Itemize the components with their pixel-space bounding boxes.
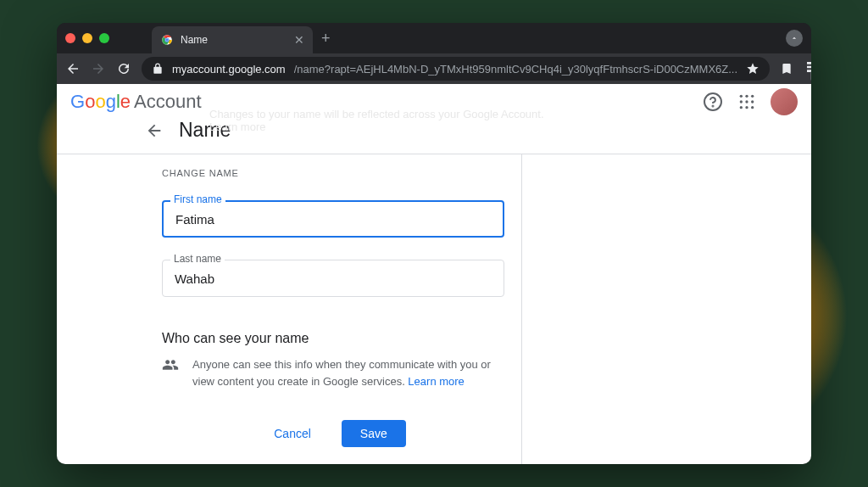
- url-domain: myaccount.google.com: [172, 63, 286, 76]
- tab-overview-button[interactable]: [786, 30, 803, 47]
- svg-point-3: [165, 38, 169, 42]
- account-label: Account: [134, 91, 202, 113]
- learn-more-link[interactable]: Learn more: [408, 375, 464, 388]
- last-name-field: Last name: [162, 260, 504, 297]
- svg-point-8: [713, 105, 714, 106]
- address-bar: myaccount.google.com/name?rapt=AEjHL4MbN…: [57, 53, 811, 84]
- first-name-field: First name: [162, 200, 504, 238]
- last-name-input[interactable]: [162, 260, 504, 297]
- svg-point-17: [751, 106, 754, 109]
- tab-favicon: [160, 33, 174, 47]
- bookmark-star-icon[interactable]: [746, 62, 760, 76]
- back-arrow-icon[interactable]: [145, 121, 164, 140]
- google-logo[interactable]: Google Account: [70, 91, 202, 113]
- reader-icon[interactable]: [780, 62, 793, 76]
- back-button[interactable]: [65, 61, 81, 76]
- svg-point-15: [740, 106, 743, 109]
- name-form-card: CHANGE NAME First name Last name Who can…: [145, 154, 522, 464]
- privacy-title: Who can see your name: [162, 331, 504, 346]
- url-field[interactable]: myaccount.google.com/name?rapt=AEjHL4MbN…: [142, 57, 770, 81]
- people-icon: [162, 356, 179, 389]
- help-icon[interactable]: [703, 92, 723, 112]
- reload-button[interactable]: [116, 61, 131, 76]
- forward-button[interactable]: [91, 61, 106, 76]
- ghost-description: Changes to your name will be reflected a…: [209, 108, 565, 133]
- last-name-label: Last name: [170, 253, 225, 265]
- section-label: CHANGE NAME: [162, 168, 504, 178]
- extension-badge[interactable]: Off: [805, 60, 811, 77]
- svg-point-13: [745, 100, 748, 103]
- tab-close-button[interactable]: ✕: [294, 33, 304, 47]
- tab-title: Name: [181, 34, 208, 46]
- window-close-button[interactable]: [65, 33, 75, 43]
- lock-icon: [152, 63, 164, 75]
- cancel-button[interactable]: Cancel: [260, 420, 325, 447]
- url-path: /name?rapt=AEjHL4MbN-D_yTMxHt959nmltCv9C…: [294, 63, 737, 76]
- first-name-input[interactable]: [162, 200, 504, 238]
- apps-grid-icon[interactable]: [738, 93, 755, 110]
- new-tab-button[interactable]: +: [321, 30, 331, 48]
- account-avatar[interactable]: [771, 88, 798, 115]
- svg-point-9: [740, 94, 743, 97]
- browser-tab[interactable]: Name ✕: [152, 26, 313, 53]
- window-minimize-button[interactable]: [82, 33, 92, 43]
- svg-point-12: [740, 100, 743, 103]
- svg-point-16: [745, 106, 748, 109]
- privacy-description: Anyone can see this info when they commu…: [192, 356, 504, 389]
- titlebar: Name ✕ +: [57, 23, 811, 53]
- svg-point-11: [751, 94, 754, 97]
- svg-point-14: [751, 100, 754, 103]
- save-button[interactable]: Save: [342, 420, 406, 447]
- window-maximize-button[interactable]: [99, 33, 109, 43]
- first-name-label: First name: [170, 193, 225, 205]
- page-content: Changes to your name will be reflected a…: [57, 84, 811, 464]
- svg-point-10: [745, 94, 748, 97]
- browser-window: Name ✕ + myaccount.google.com/name?rapt=…: [57, 23, 811, 464]
